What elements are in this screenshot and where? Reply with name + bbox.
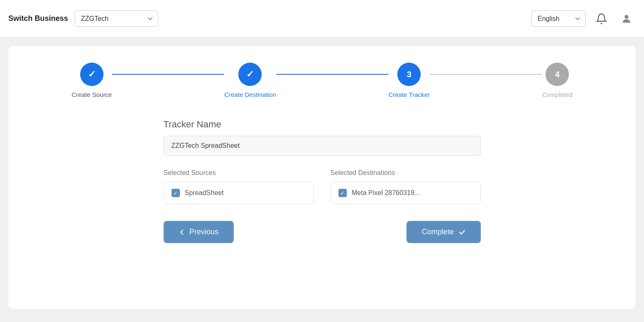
tracker-name-input[interactable] (164, 136, 481, 156)
previous-button[interactable]: Previous (164, 221, 234, 243)
step-4-label: Completed (542, 91, 573, 98)
user-button[interactable] (617, 10, 636, 28)
buttons-row: Previous Complete (164, 221, 481, 243)
step-2-circle: ✓ (238, 63, 262, 86)
step-4-circle: 4 (546, 63, 569, 86)
selected-destinations-label: Selected Destinations (331, 169, 481, 177)
language-select[interactable]: English (531, 10, 586, 27)
notification-button[interactable] (592, 10, 611, 28)
step-1-check: ✓ (88, 69, 96, 80)
step-1-circle: ✓ (80, 63, 104, 86)
step-create-destination: ✓ Create Destination (224, 63, 276, 98)
main-content: ✓ Create Source ✓ Create Destination 3 C… (0, 38, 644, 317)
selected-destinations-col: Selected Destinations Meta Pixel 2876031… (331, 169, 481, 204)
previous-label: Previous (189, 228, 219, 236)
selected-sources-list: SpreadSheet (164, 182, 314, 204)
step-3-number: 3 (407, 70, 412, 79)
selected-sources-label: Selected Sources (164, 169, 314, 177)
stepper: ✓ Create Source ✓ Create Destination 3 C… (72, 63, 573, 98)
header-right: English (531, 10, 636, 28)
spreadsheet-label: SpreadSheet (185, 189, 224, 197)
step-create-tracker: 3 Create Tracker (389, 63, 430, 98)
complete-label: Complete (422, 228, 454, 236)
connector-1-2 (112, 74, 224, 75)
complete-button[interactable]: Complete (407, 221, 480, 243)
spreadsheet-checkbox[interactable] (172, 189, 180, 197)
header: Switch Business ZZGTech English (0, 0, 644, 38)
wizard-card: ✓ Create Source ✓ Create Destination 3 C… (8, 46, 636, 309)
form-section: Tracker Name Selected Sources SpreadShee… (164, 119, 481, 243)
step-4-number: 4 (555, 70, 560, 79)
selected-destinations-list: Meta Pixel 28760319... (331, 182, 481, 204)
step-1-label: Create Source (72, 91, 112, 98)
business-select[interactable]: ZZGTech (75, 10, 158, 27)
step-completed: 4 Completed (542, 63, 573, 98)
step-3-circle: 3 (397, 63, 421, 86)
meta-pixel-checkbox[interactable] (338, 189, 347, 197)
step-create-source: ✓ Create Source (72, 63, 112, 98)
step-2-label: Create Destination (224, 91, 276, 98)
connector-2-3 (276, 74, 389, 75)
header-left: Switch Business ZZGTech (8, 10, 158, 27)
selected-sources-col: Selected Sources SpreadSheet (164, 169, 314, 204)
connector-3-4 (430, 74, 542, 75)
svg-point-0 (624, 15, 628, 18)
step-2-check: ✓ (246, 69, 254, 80)
meta-pixel-label: Meta Pixel 28760319... (352, 189, 420, 197)
destination-item-meta-pixel: Meta Pixel 28760319... (338, 189, 473, 197)
source-item-spreadsheet: SpreadSheet (172, 189, 306, 197)
step-3-label: Create Tracker (389, 91, 430, 98)
sources-row: Selected Sources SpreadSheet Selected De… (164, 169, 481, 204)
tracker-name-label: Tracker Name (164, 119, 481, 130)
switch-business-label: Switch Business (8, 14, 68, 23)
